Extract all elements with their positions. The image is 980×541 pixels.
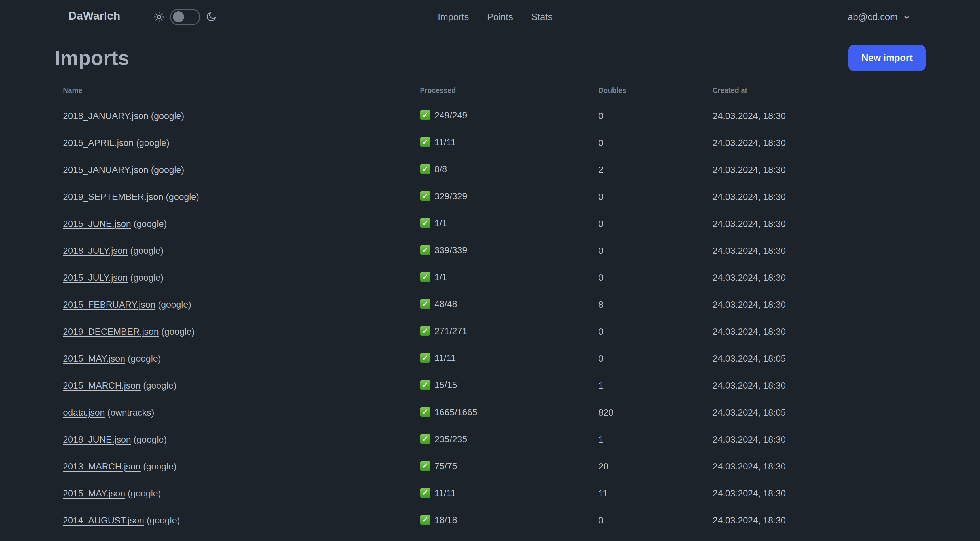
- import-source-label: (google): [130, 273, 163, 283]
- cell-created-at: 24.03.2024, 18:30: [713, 291, 926, 318]
- nav-link-imports[interactable]: Imports: [438, 12, 469, 22]
- cell-created-at: 24.03.2024, 18:30: [713, 210, 926, 237]
- theme-toggle[interactable]: [170, 9, 200, 25]
- cell-doubles: 11: [598, 480, 713, 507]
- new-import-button[interactable]: New import: [848, 45, 926, 71]
- user-menu[interactable]: ab@cd.com: [848, 0, 912, 34]
- cell-doubles: 0: [598, 183, 713, 210]
- import-file-link[interactable]: 2015_FEBRUARY.json: [63, 300, 155, 310]
- check-mark-icon: ✓: [420, 137, 430, 147]
- table-row: 2015_MAY.json (google)✓11/11024.03.2024,…: [54, 345, 926, 372]
- cell-name: 2015_MAY.json (google): [54, 345, 420, 372]
- page-title: Imports: [54, 46, 129, 69]
- check-mark-icon: ✓: [420, 434, 430, 444]
- nav-link-points[interactable]: Points: [487, 12, 513, 22]
- column-header-name: Name: [54, 81, 420, 102]
- import-file-link[interactable]: 2015_MAY.json: [63, 353, 125, 364]
- cell-name: 2013_JUNE.json (google): [54, 534, 420, 541]
- table-row: 2013_MARCH.json (google)✓75/752024.03.20…: [54, 453, 926, 480]
- import-file-link[interactable]: 2015_JULY.json: [63, 273, 127, 283]
- check-mark-icon: ✓: [420, 326, 430, 336]
- import-source-label: (google): [127, 488, 161, 498]
- cell-processed: ✓1665/1665: [420, 399, 598, 426]
- table-row: 2015_JUNE.json (google)✓1/1024.03.2024, …: [54, 210, 926, 237]
- processed-count: 271/271: [434, 326, 467, 336]
- import-file-link[interactable]: 2018_JUNE.json: [63, 434, 131, 445]
- column-header-created-at: Created at: [713, 81, 926, 102]
- check-mark-icon: ✓: [420, 407, 430, 417]
- check-mark-icon: ✓: [420, 110, 430, 120]
- imports-table-body: 2018_JANUARY.json (google)✓249/249024.03…: [54, 102, 926, 541]
- cell-doubles: 0: [598, 237, 713, 264]
- cell-name: 2019_DECEMBER.json (google): [54, 318, 420, 345]
- import-source-label: (google): [127, 353, 161, 364]
- import-file-link[interactable]: 2018_JULY.json: [63, 246, 127, 256]
- import-file-link[interactable]: 2019_SEPTEMBER.json: [63, 192, 163, 202]
- import-source-label: (google): [143, 461, 177, 471]
- cell-doubles: 0: [598, 318, 713, 345]
- cell-created-at: 24.03.2024, 18:30: [713, 426, 926, 453]
- cell-name: 2014_AUGUST.json (google): [54, 507, 420, 534]
- import-source-label: (google): [136, 138, 169, 148]
- cell-created-at: 24.03.2024, 18:30: [713, 372, 926, 399]
- table-row: 2015_MARCH.json (google)✓15/15124.03.202…: [54, 372, 926, 399]
- import-source-label: (google): [143, 380, 177, 391]
- import-file-link[interactable]: 2015_JANUARY.json: [63, 164, 148, 175]
- imports-table: Name Processed Doubles Created at 2018_J…: [54, 81, 926, 541]
- cell-name: odata.json (owntracks): [54, 399, 420, 426]
- import-file-link[interactable]: 2015_MAY.json: [63, 488, 125, 498]
- check-mark-icon: ✓: [420, 164, 430, 174]
- import-file-link[interactable]: 2014_AUGUST.json: [63, 515, 144, 525]
- processed-count: 1/1: [434, 272, 447, 282]
- import-file-link[interactable]: 2019_DECEMBER.json: [63, 326, 159, 337]
- cell-processed: ✓178/178: [420, 534, 598, 541]
- cell-name: 2015_MARCH.json (google): [54, 372, 420, 399]
- import-file-link[interactable]: 2015_APRIL.json: [63, 138, 134, 148]
- cell-processed: ✓271/271: [420, 318, 598, 345]
- import-file-link[interactable]: 2015_JUNE.json: [63, 219, 131, 229]
- import-file-link[interactable]: 2015_MARCH.json: [63, 380, 141, 391]
- processed-count: 329/329: [434, 191, 467, 201]
- cell-created-at: 24.03.2024, 18:30: [713, 480, 926, 507]
- cell-name: 2018_JUNE.json (google): [54, 426, 420, 453]
- processed-count: 11/11: [434, 137, 456, 147]
- column-header-processed: Processed: [420, 81, 598, 102]
- table-row: 2018_JULY.json (google)✓339/339024.03.20…: [54, 237, 926, 264]
- navbar: DaWarIch Imports Points Stats ab@cd.com: [0, 0, 980, 34]
- table-row: 2015_JANUARY.json (google)✓8/8224.03.202…: [54, 156, 926, 183]
- cell-processed: ✓1/1: [420, 264, 598, 291]
- cell-name: 2019_SEPTEMBER.json (google): [54, 183, 420, 210]
- import-source-label: (google): [166, 192, 199, 202]
- processed-count: 1665/1665: [434, 407, 477, 417]
- cell-created-at: 24.03.2024, 18:05: [713, 345, 926, 372]
- import-source-label: (google): [146, 515, 180, 525]
- user-email: ab@cd.com: [848, 12, 898, 22]
- cell-created-at: 24.03.2024, 18:30: [713, 129, 926, 156]
- check-mark-icon: ✓: [420, 271, 430, 282]
- cell-created-at: 24.03.2024, 18:30: [713, 102, 926, 129]
- import-source-label: (google): [161, 326, 194, 337]
- cell-processed: ✓329/329: [420, 183, 598, 210]
- cell-name: 2015_JULY.json (google): [54, 264, 420, 291]
- cell-doubles: 0: [598, 210, 713, 237]
- cell-created-at: 24.03.2024, 18:30: [713, 264, 926, 291]
- cell-processed: ✓18/18: [420, 507, 598, 534]
- cell-created-at: 24.03.2024, 18:30: [713, 534, 926, 541]
- cell-doubles: 1: [598, 426, 713, 453]
- app-logo[interactable]: DaWarIch: [68, 10, 120, 22]
- processed-count: 18/18: [434, 515, 457, 525]
- processed-count: 11/11: [434, 353, 456, 363]
- import-source-label: (google): [130, 246, 163, 256]
- cell-doubles: 8: [598, 291, 713, 318]
- table-row: 2014_AUGUST.json (google)✓18/18024.03.20…: [54, 507, 926, 534]
- import-file-link[interactable]: odata.json: [63, 407, 105, 418]
- import-file-link[interactable]: 2013_MARCH.json: [63, 461, 141, 471]
- cell-doubles: 0: [598, 264, 713, 291]
- cell-processed: ✓235/235: [420, 426, 598, 453]
- nav-link-stats[interactable]: Stats: [531, 12, 552, 22]
- page-header: Imports New import: [54, 45, 926, 71]
- cell-name: 2013_MARCH.json (google): [54, 453, 420, 480]
- table-row: 2019_DECEMBER.json (google)✓271/271024.0…: [54, 318, 926, 345]
- table-row: 2019_SEPTEMBER.json (google)✓329/329024.…: [54, 183, 926, 210]
- import-file-link[interactable]: 2018_JANUARY.json: [63, 111, 148, 121]
